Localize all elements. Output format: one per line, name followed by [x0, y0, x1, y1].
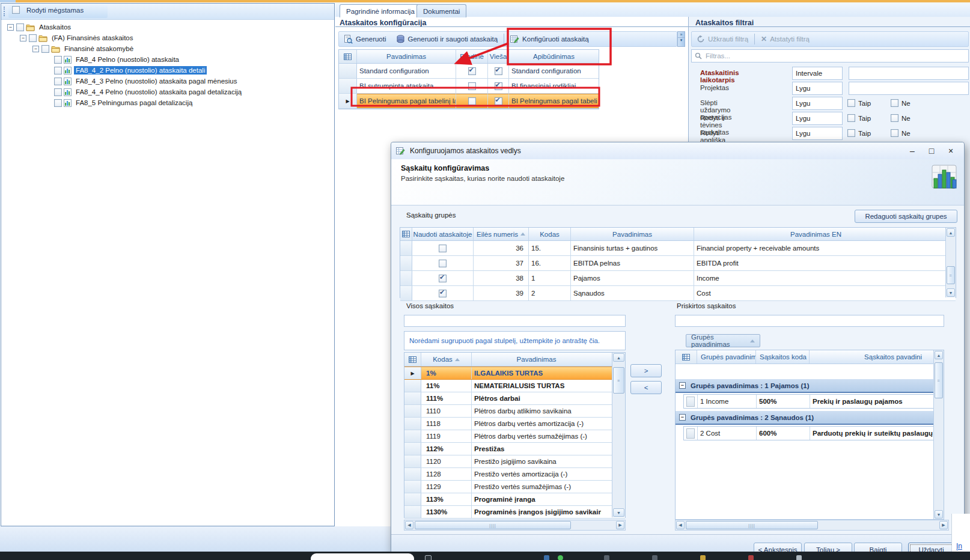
- expander-icon[interactable]: −: [32, 46, 39, 52]
- grid-corner-cell[interactable]: [676, 350, 697, 364]
- assigned-row[interactable]: 1 Income 500% Prekių ir paslaugų pajamos: [683, 394, 936, 409]
- account-row[interactable]: 1119 Plėtros darbų vertės sumažėjimas (-…: [404, 430, 625, 443]
- config-description-cell[interactable]: BI Pelningumas pagal tabeli: [509, 94, 599, 108]
- close-button[interactable]: ×: [941, 146, 960, 156]
- assigned-name-cell[interactable]: Parduotų prekių ir suteiktų paslaugų sav…: [810, 427, 936, 440]
- account-code-cell[interactable]: 1119: [421, 430, 472, 442]
- scroll-right-icon[interactable]: ▶: [616, 521, 624, 529]
- filter-search-input[interactable]: Filtras...: [691, 49, 969, 62]
- config-name-cell[interactable]: Standard configuration: [357, 64, 456, 78]
- account-code-cell[interactable]: 11%: [421, 380, 472, 392]
- vscroll-thumb[interactable]: =: [935, 362, 943, 398]
- account-code-cell[interactable]: 1%: [421, 367, 472, 379]
- tree-item[interactable]: − Finansinė atsakomybė: [1, 43, 334, 54]
- scroll-down-icon[interactable]: ▼: [613, 508, 624, 517]
- scroll-up-icon[interactable]: ▲: [613, 353, 624, 362]
- accounts-vscrollbar[interactable]: ▲ ≡ ▼: [612, 353, 625, 517]
- tree-item-checkbox[interactable]: [54, 78, 62, 85]
- account-code-cell[interactable]: 113%: [421, 493, 472, 505]
- column-header[interactable]: Kodas: [529, 228, 571, 240]
- maximize-button[interactable]: □: [922, 146, 941, 156]
- assigned-code-cell[interactable]: 600%: [757, 427, 810, 440]
- initial-checkbox[interactable]: [468, 82, 476, 90]
- row-selector[interactable]: [404, 455, 421, 467]
- taskbar-app-icon[interactable]: [796, 555, 802, 560]
- account-row[interactable]: 1130% Programinės įrangos įsigijimo savi…: [404, 506, 625, 519]
- account-name-cell[interactable]: Plėtros darbų vertės sumažėjimas (-): [472, 430, 601, 442]
- tree-item-checkbox[interactable]: [54, 88, 62, 96]
- public-checkbox[interactable]: [495, 82, 502, 90]
- initial-checkbox[interactable]: [468, 67, 476, 75]
- account-row[interactable]: 11% NEMATERIALUSIS TURTAS: [404, 380, 625, 392]
- filter-no-option[interactable]: Ne: [891, 99, 911, 107]
- name-en-cell[interactable]: Cost: [694, 286, 938, 300]
- code-cell[interactable]: 2: [529, 286, 571, 300]
- config-public-cell[interactable]: [488, 64, 509, 78]
- scroll-up-icon[interactable]: ▲: [947, 228, 955, 237]
- name-cell[interactable]: Finansinis turtas + gautinos: [571, 241, 694, 255]
- taskbar-app-icon[interactable]: [748, 555, 754, 560]
- name-en-cell[interactable]: EBITDA profit: [694, 256, 938, 270]
- account-row[interactable]: ▶ 1% ILGALAIKIS TURTAS: [404, 367, 625, 380]
- config-description-cell[interactable]: BI finansiniai rodikliai: [509, 79, 599, 93]
- scroll-right-icon[interactable]: ▶: [939, 521, 948, 529]
- no-checkbox[interactable]: [891, 129, 898, 137]
- filter-yes-option[interactable]: Taip: [847, 129, 871, 137]
- use-in-report-checkbox[interactable]: [439, 245, 447, 252]
- code-cell[interactable]: 1: [529, 271, 571, 285]
- name-cell[interactable]: EBITDA pelnas: [571, 256, 694, 270]
- groupby-hint-bar[interactable]: Norėdami sugrupuoti pagal stulpelį, užte…: [404, 331, 626, 350]
- tree-item-label[interactable]: (FA) Finansinės ataskaitos: [50, 34, 135, 42]
- account-code-cell[interactable]: 111%: [421, 392, 472, 404]
- code-cell[interactable]: 16.: [529, 256, 571, 270]
- config-name-cell[interactable]: BI Pelningumas pagal tabelinį laik: [357, 94, 456, 108]
- account-code-cell[interactable]: 1129: [421, 481, 472, 493]
- assigned-hscrollbar[interactable]: ◀ |||| ▶: [675, 520, 949, 531]
- no-checkbox[interactable]: [891, 114, 898, 122]
- reset-filter-button[interactable]: ✕ Atstatyti filtrą: [756, 32, 814, 46]
- generate-button[interactable]: Generuoti: [339, 32, 391, 46]
- tree-item-label[interactable]: FA8_5 Pelningumas pagal detalizaciją: [74, 99, 194, 107]
- row-selector[interactable]: [400, 271, 412, 285]
- row-selector[interactable]: [404, 392, 421, 404]
- account-row[interactable]: 1120 Prestižo įsigijimo savikaina: [404, 455, 625, 468]
- tree-item-checkbox[interactable]: [54, 56, 62, 64]
- tree-item-checkbox[interactable]: [16, 23, 24, 31]
- filter-operator-select[interactable]: Lygu: [792, 112, 843, 125]
- group-band[interactable]: − Grupės pavadinimas : 2 Sąnaudos (1): [676, 411, 935, 425]
- filter-value-input[interactable]: [849, 82, 969, 95]
- filter-yes-option[interactable]: Taip: [847, 99, 871, 107]
- row-selector[interactable]: [400, 241, 412, 255]
- public-checkbox[interactable]: [495, 67, 502, 75]
- account-code-cell[interactable]: 1128: [421, 468, 472, 480]
- taskbar-app-icon[interactable]: [700, 555, 706, 560]
- filter-no-option[interactable]: Ne: [891, 129, 911, 137]
- taskbar-app-icon[interactable]: [652, 555, 657, 560]
- tree-item-checkbox[interactable]: [54, 99, 62, 107]
- row-select-box[interactable]: [686, 397, 695, 407]
- row-selector[interactable]: [404, 405, 421, 417]
- account-name-cell[interactable]: NEMATERIALUSIS TURTAS: [472, 380, 601, 392]
- name-en-cell[interactable]: Financial property + receivable amounts: [694, 241, 938, 255]
- assigned-group-cell[interactable]: 2 Cost: [698, 427, 757, 440]
- config-name-cell[interactable]: BI sutrumpinta ataskaita: [357, 79, 456, 93]
- assigned-search-input[interactable]: [675, 315, 944, 327]
- row-selector[interactable]: ▶: [339, 94, 357, 108]
- column-header[interactable]: Pavadinimas: [357, 50, 456, 63]
- config-description-cell[interactable]: Standard configuration: [509, 64, 599, 78]
- account-code-cell[interactable]: 1110: [421, 405, 472, 417]
- groups-grid-row[interactable]: 36 15. Finansinis turtas + gautinos Fina…: [400, 241, 956, 256]
- generate-save-button[interactable]: Generuoti ir saugoti ataskaitą: [391, 32, 503, 46]
- yes-checkbox[interactable]: [847, 99, 855, 107]
- order-number-cell[interactable]: 39: [474, 286, 529, 300]
- row-selector[interactable]: [404, 443, 421, 455]
- load-filter-button[interactable]: Užkrauti filtrą: [692, 32, 753, 46]
- column-header[interactable]: Apibūdinimas: [509, 50, 599, 63]
- groups-grid-row[interactable]: 38 1 Pajamos Income: [400, 271, 956, 286]
- account-name-cell[interactable]: Plėtros darbai: [472, 392, 601, 404]
- use-in-report-checkbox[interactable]: [439, 275, 447, 282]
- row-selector[interactable]: ▶: [404, 367, 421, 379]
- grid-corner-cell[interactable]: [404, 353, 421, 366]
- show-favorites-checkbox[interactable]: [12, 6, 20, 14]
- row-selector[interactable]: [404, 418, 421, 430]
